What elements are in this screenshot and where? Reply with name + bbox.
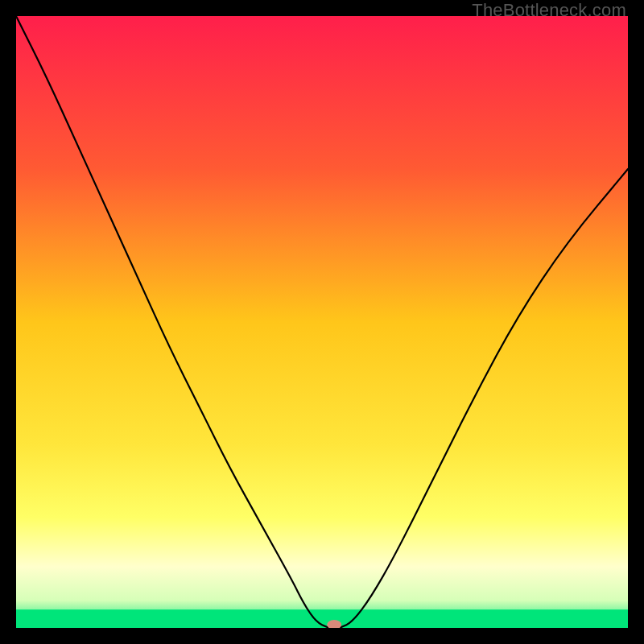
chart-frame: TheBottleneck.com <box>0 0 644 644</box>
watermark-text: TheBottleneck.com <box>472 0 626 21</box>
bottleneck-chart <box>16 16 628 628</box>
chart-background <box>16 16 628 628</box>
